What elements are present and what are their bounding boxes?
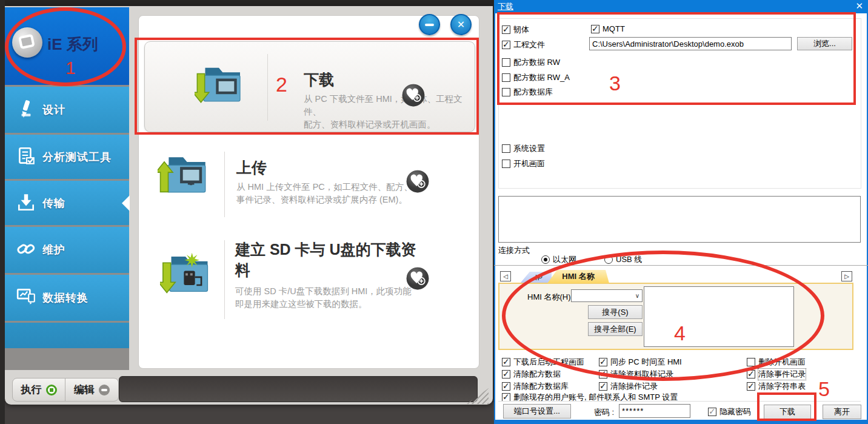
- card-sd-usb[interactable]: 建立 SD 卡与 U盘的下载资 料 可使用 SD 卡/U盘下载数据到 HMI，此…: [144, 232, 475, 323]
- checkbox-recipe-rw-a[interactable]: 配方数据 RW_A: [502, 72, 570, 83]
- checkbox-clear-recipe-data[interactable]: 清除配方数据: [502, 369, 561, 380]
- checkbox-clear-sampling-records[interactable]: 清除资料取样记录: [599, 369, 673, 380]
- mqtt-checkbox[interactable]: [591, 25, 599, 33]
- search-button[interactable]: 搜寻(S): [588, 305, 643, 319]
- firmware-checkbox[interactable]: [502, 25, 510, 34]
- favorite-add-icon[interactable]: [405, 266, 430, 291]
- minimize-button[interactable]: [419, 14, 440, 35]
- sidebar-filler: [5, 323, 129, 348]
- checkbox-system-settings[interactable]: 系统设置: [502, 143, 545, 154]
- hmi-result-listbox[interactable]: [644, 286, 794, 347]
- status-strip: [119, 376, 478, 402]
- sidebar-item-design[interactable]: 设计: [5, 87, 129, 133]
- card-description: 从 HMI 上传文件至 PC，如工程文件、配方、 事件记录、资料取样记录或扩展内…: [236, 181, 413, 206]
- card-description: 从 PC 下载文件至 HMI，如韧体、工程文件、 配方、资料取样记录或开机画面。: [304, 93, 475, 131]
- minimize-icon: [425, 24, 434, 26]
- checkbox-start-project-after-download[interactable]: 下载后启动工程画面: [502, 357, 584, 368]
- exit-button[interactable]: 离开: [823, 405, 861, 419]
- card-title: 上传: [236, 158, 267, 178]
- card-title: 下载: [304, 70, 334, 90]
- checkbox-mqtt[interactable]: MQTT: [591, 24, 625, 33]
- sidebar-item-maintenance[interactable]: 维护: [5, 227, 129, 273]
- sidebar-brand[interactable]: iE 系列: [5, 7, 129, 85]
- background-edge: [0, 0, 5, 424]
- favorite-add-icon[interactable]: [401, 82, 426, 108]
- separator: [498, 401, 861, 402]
- series-title: iE 系列: [47, 34, 98, 55]
- execute-label: 执行: [21, 383, 42, 397]
- card-divider: [224, 152, 225, 217]
- ethernet-radio[interactable]: [541, 255, 550, 264]
- recipe-rw-a-checkbox[interactable]: [502, 73, 510, 82]
- sidebar-item-label: 数据转换: [42, 291, 88, 305]
- system-settings-checkbox[interactable]: [502, 144, 510, 153]
- favorite-add-icon[interactable]: [405, 169, 430, 194]
- checkbox-project-file[interactable]: 工程文件: [502, 39, 545, 50]
- message-listbox[interactable]: [498, 196, 861, 243]
- checkbox-clear-recipe-db[interactable]: 清除配方数据库: [502, 381, 569, 392]
- sidebar-item-label: 维护: [42, 243, 65, 257]
- connection-mode-label: 连接方式: [498, 245, 530, 256]
- checkbox-sync-pc-time[interactable]: 同步 PC 时间至 HMI: [599, 357, 682, 368]
- chevron-down-icon: ∨: [635, 292, 639, 299]
- edit-button[interactable]: 编辑: [65, 378, 119, 402]
- port-settings-button[interactable]: 端口号设置...: [503, 404, 571, 419]
- checkbox-clear-operation-log[interactable]: 清除操作记录: [599, 381, 658, 392]
- recipe-rw-checkbox[interactable]: [502, 58, 510, 67]
- dialog-bottom-border: [494, 420, 868, 424]
- sidebar-item-transfer[interactable]: 传输: [5, 181, 129, 225]
- checkbox-clear-string-table[interactable]: 清除字符串表: [747, 381, 806, 392]
- sidebar-item-data-conversion[interactable]: 数据转换: [5, 275, 129, 321]
- browse-button[interactable]: 浏览...: [797, 37, 852, 50]
- dialog-close-icon[interactable]: ✕: [855, 1, 863, 12]
- password-input[interactable]: ******: [619, 404, 690, 418]
- project-path-input[interactable]: C:\Users\Administrator\Desktop\demo.exob: [589, 37, 792, 50]
- background-desktop: [0, 402, 494, 424]
- card-title: 建立 SD 卡与 U盘的下载资 料: [235, 239, 416, 280]
- upload-folder-icon: [158, 150, 209, 204]
- card-upload[interactable]: 上传 从 HMI 上传文件至 PC，如工程文件、配方、 事件记录、资料取样记录或…: [144, 144, 475, 223]
- utility-manager-window: iE 系列 设计 分析测试工具 传输 维护: [5, 6, 493, 405]
- download-button[interactable]: 下载: [764, 405, 811, 419]
- sidebar-item-analysis-tools[interactable]: 分析测试工具: [5, 135, 129, 179]
- radio-usb[interactable]: USB 线: [604, 254, 642, 265]
- tab-scroll-left-icon[interactable]: ◁: [500, 271, 511, 281]
- checkbox-hide-password[interactable]: 隐藏密码: [708, 406, 751, 417]
- checkbox-delete-boot-screen[interactable]: 删除开机画面: [747, 357, 806, 368]
- link-icon: [16, 238, 42, 261]
- card-description: 可使用 SD 卡/U盘下载数据到 HMI，此项功能 即是用来建立这些被下载的数据…: [235, 285, 412, 311]
- hmi-name-label: HMI 名称(H):: [527, 292, 573, 303]
- sidebar: iE 系列 设计 分析测试工具 传输 维护: [5, 7, 129, 370]
- password-label: 密码 :: [594, 407, 614, 418]
- data-conversion-icon: [16, 286, 42, 309]
- boot-screen-checkbox[interactable]: [502, 160, 510, 168]
- hmi-name-combobox[interactable]: ∨: [571, 289, 643, 302]
- sidebar-item-label: 分析测试工具: [42, 150, 112, 164]
- checkbox-recipe-db[interactable]: 配方数据库: [502, 87, 553, 98]
- checkbox-boot-screen[interactable]: 开机画面: [502, 158, 545, 169]
- card-download[interactable]: 下载 从 PC 下载文件至 HMI，如韧体、工程文件、 配方、资料取样记录或开机…: [144, 41, 475, 132]
- design-pen-icon: [16, 98, 42, 121]
- hide-password-checkbox[interactable]: [708, 408, 716, 416]
- search-all-button[interactable]: 搜寻全部(E): [588, 322, 643, 336]
- checkbox-clear-event-log[interactable]: 清除事件记录: [747, 369, 806, 380]
- edit-icon: [99, 385, 110, 395]
- close-button[interactable]: ✕: [450, 14, 472, 35]
- usb-radio[interactable]: [604, 255, 613, 264]
- tab-hmi-name[interactable]: HMI 名称: [547, 270, 609, 283]
- recipe-db-checkbox[interactable]: [502, 88, 510, 96]
- card-divider: [224, 240, 225, 319]
- transfer-download-icon: [16, 192, 42, 215]
- card-divider: [267, 54, 268, 121]
- execute-button[interactable]: 执行: [12, 378, 65, 402]
- checkbox-firmware[interactable]: 韧体: [502, 24, 529, 35]
- brand-logo-icon: [12, 27, 42, 58]
- checkbox-recipe-rw[interactable]: 配方数据 RW: [502, 57, 560, 68]
- sidebar-item-label: 传输: [42, 196, 65, 210]
- dialog-titlebar[interactable]: 下载 ✕: [494, 0, 868, 13]
- separator: [494, 265, 868, 266]
- clipboard-check-icon: [16, 146, 42, 169]
- project-file-checkbox[interactable]: [502, 41, 510, 49]
- radio-ethernet[interactable]: 以太网: [541, 254, 576, 265]
- tab-scroll-right-icon[interactable]: ▷: [841, 271, 852, 281]
